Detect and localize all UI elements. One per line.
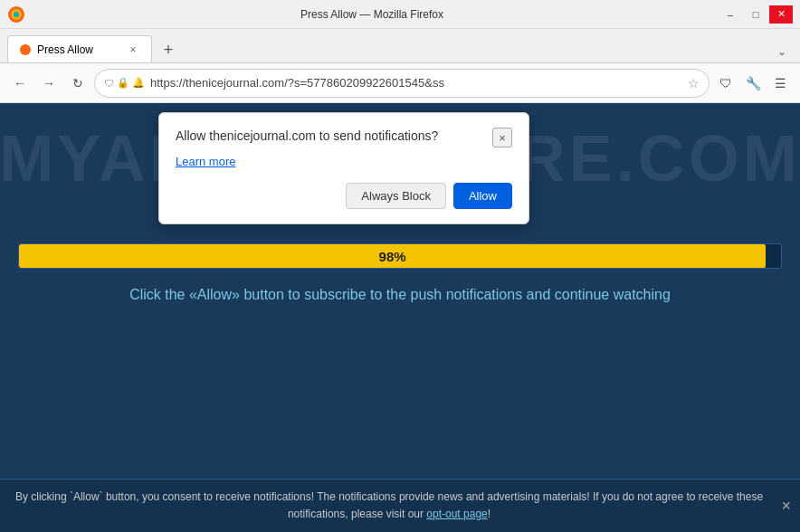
firefox-logo (7, 5, 25, 24)
titlebar-controls: – □ ✕ (719, 5, 793, 24)
progress-bar-fill: 98% (19, 244, 766, 268)
back-button[interactable]: ← (7, 71, 33, 96)
popup-question: Allow thenicejournal.com to send notific… (176, 128, 485, 146)
opt-out-link[interactable]: opt-out page (426, 508, 487, 520)
progress-percent: 98% (379, 249, 406, 264)
maximize-button[interactable]: □ (744, 5, 767, 24)
bottom-banner: By clicking `Allow` button, you consent … (0, 479, 800, 532)
titlebar-left (7, 5, 25, 24)
active-tab[interactable]: Press Allow × (7, 35, 152, 62)
tabbar: Press Allow × + ⌄ (0, 29, 800, 63)
window-title: Press Allow — Mozilla Firefox (25, 8, 719, 21)
tab-title: Press Allow (37, 43, 120, 56)
extensions-button[interactable]: 🔧 (740, 71, 766, 96)
progress-bar-background: 98% (18, 243, 782, 269)
minimize-button[interactable]: – (719, 5, 742, 24)
url-bar[interactable]: 🛡 🔒 🔔 https://thenicejournal.com/?s=5778… (94, 69, 710, 98)
tab-overflow-button[interactable]: ⌄ (771, 41, 793, 62)
navbar: ← → ↻ 🛡 🔒 🔔 https://thenicejournal.com/?… (0, 63, 800, 103)
forward-button[interactable]: → (36, 71, 62, 96)
bottom-banner-text: By clicking `Allow` button, you consent … (14, 489, 764, 523)
reload-button[interactable]: ↻ (65, 71, 90, 96)
toolbar-icons: 🛡 🔧 ☰ (713, 71, 793, 96)
popup-learn-more-link[interactable]: Learn more (176, 155, 512, 168)
url-security-icons: 🛡 🔒 🔔 (104, 77, 145, 89)
shield-vpn-button[interactable]: 🛡 (713, 71, 738, 96)
url-text: https://thenicejournal.com/?s=5778602099… (150, 76, 682, 90)
tab-favicon (19, 43, 32, 56)
close-button[interactable]: ✕ (769, 5, 793, 24)
lock-icon: 🔒 (117, 77, 129, 89)
bookmark-icon[interactable]: ☆ (688, 76, 700, 90)
cta-label: Click the «Allow» button to subscribe to… (129, 287, 671, 302)
progress-area: 98% Click the «Allow» button to subscrib… (18, 243, 782, 303)
titlebar: Press Allow — Mozilla Firefox – □ ✕ (0, 0, 800, 29)
notification-popup: Allow thenicejournal.com to send notific… (158, 112, 529, 224)
svg-point-3 (20, 44, 31, 55)
progress-cta-text: Click the «Allow» button to subscribe to… (18, 287, 782, 303)
banner-text-before: By clicking `Allow` button, you consent … (15, 490, 763, 520)
notify-icon: 🔔 (132, 77, 145, 89)
tab-close-button[interactable]: × (126, 43, 140, 57)
new-tab-button[interactable]: + (156, 37, 181, 62)
popup-buttons: Always Block Allow (176, 183, 512, 209)
popup-header: Allow thenicejournal.com to send notific… (176, 128, 512, 147)
banner-text-after: ! (488, 508, 490, 520)
allow-button[interactable]: Allow (453, 183, 512, 209)
shield-icon: 🛡 (104, 78, 114, 89)
svg-point-2 (14, 12, 19, 17)
always-block-button[interactable]: Always Block (346, 183, 446, 209)
main-content: MYANTISPYWARE.COM Allow thenicejournal.c… (0, 103, 800, 481)
more-menu-button[interactable]: ☰ (767, 71, 793, 96)
popup-close-button[interactable]: × (492, 128, 512, 147)
banner-close-button[interactable]: × (781, 496, 791, 515)
